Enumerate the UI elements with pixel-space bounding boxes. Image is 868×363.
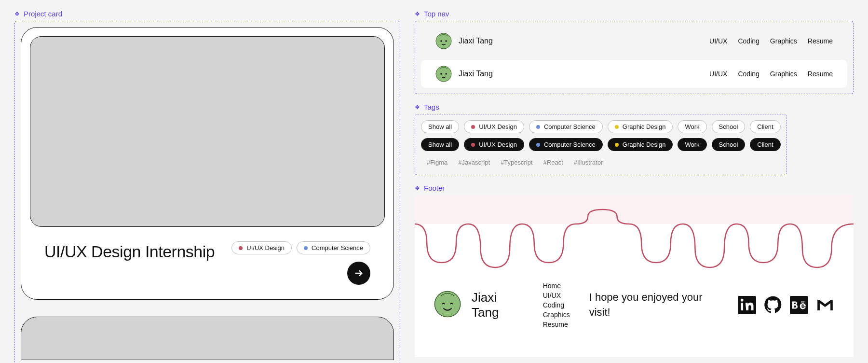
filter-tag[interactable]: UI/UX Design xyxy=(464,138,524,151)
svg-point-2 xyxy=(445,40,447,42)
filter-tag[interactable]: Computer Science xyxy=(529,120,603,133)
nav-link-graphics[interactable]: Graphics xyxy=(770,37,797,45)
section-label-tags: Tags xyxy=(415,103,854,111)
nav-link-ui/ux[interactable]: UI/UX xyxy=(709,70,727,78)
nav-link-ui/ux[interactable]: UI/UX xyxy=(709,37,727,45)
svg-point-1 xyxy=(440,40,442,42)
filter-tag[interactable]: Graphic Design xyxy=(608,120,673,133)
avatar[interactable] xyxy=(435,66,452,82)
footer-name: Jiaxi Tang xyxy=(472,290,524,320)
svg-rect-9 xyxy=(741,303,743,310)
filter-tag[interactable]: Graphic Design xyxy=(608,138,673,151)
project-thumbnail xyxy=(30,36,385,227)
avatar[interactable] xyxy=(435,33,452,49)
gmail-icon[interactable] xyxy=(816,296,834,314)
github-icon[interactable] xyxy=(764,296,782,314)
top-nav-white: Jiaxi Tang UI/UXCodingGraphicsResume xyxy=(421,60,847,88)
project-card-placeholder xyxy=(21,317,394,360)
filter-tag[interactable]: School xyxy=(712,138,746,151)
footer-message: I hope you enjoyed your visit! xyxy=(589,290,719,320)
hash-tag[interactable]: #React xyxy=(543,159,563,166)
footer-link-graphics[interactable]: Graphics xyxy=(543,311,570,319)
filter-tag[interactable]: Computer Science xyxy=(529,138,603,151)
nav-link-coding[interactable]: Coding xyxy=(738,37,759,45)
linkedin-icon[interactable] xyxy=(738,296,756,314)
tags-section: Show allUI/UX DesignComputer ScienceGrap… xyxy=(415,114,787,175)
footer-link-ui/ux[interactable]: UI/UX xyxy=(543,292,570,299)
footer: Jiaxi Tang HomeUI/UXCodingGraphicsResume… xyxy=(415,195,854,357)
filter-tag[interactable]: Show all xyxy=(421,138,459,151)
drip-decoration xyxy=(415,195,854,282)
filter-tag[interactable]: School xyxy=(712,120,746,133)
project-open-arrow-button[interactable] xyxy=(347,262,370,285)
nav-link-graphics[interactable]: Graphics xyxy=(770,70,797,78)
avatar xyxy=(434,291,461,320)
svg-point-7 xyxy=(434,291,460,317)
project-tag: UI/UX Design xyxy=(231,241,292,254)
filter-tag[interactable]: UI/UX Design xyxy=(464,120,524,133)
svg-point-10 xyxy=(741,299,744,302)
section-label-top-nav: Top nav xyxy=(415,10,854,18)
hash-tag[interactable]: #Figma xyxy=(427,159,448,166)
project-card-section: UI/UX Design Internship UI/UX DesignComp… xyxy=(14,21,400,363)
svg-rect-6 xyxy=(415,195,854,224)
section-label-footer: Footer xyxy=(415,184,854,192)
hash-tag[interactable]: #Typescript xyxy=(501,159,532,166)
top-nav-section: Jiaxi Tang UI/UXCodingGraphicsResume Jia… xyxy=(415,21,854,94)
filter-tag[interactable]: Client xyxy=(750,120,780,133)
filter-tag[interactable]: Client xyxy=(750,138,780,151)
nav-link-resume[interactable]: Resume xyxy=(808,37,833,45)
nav-link-coding[interactable]: Coding xyxy=(738,70,759,78)
svg-point-4 xyxy=(440,73,442,74)
hash-tag[interactable]: #Javascript xyxy=(458,159,490,166)
svg-point-5 xyxy=(445,73,447,74)
nav-link-resume[interactable]: Resume xyxy=(808,70,833,78)
project-card[interactable]: UI/UX Design Internship UI/UX DesignComp… xyxy=(21,27,394,300)
behance-icon[interactable] xyxy=(790,296,808,314)
filter-tag[interactable]: Work xyxy=(678,138,706,151)
brand-name[interactable]: Jiaxi Tang xyxy=(459,70,493,78)
arrow-right-icon xyxy=(353,268,364,279)
brand-name[interactable]: Jiaxi Tang xyxy=(459,37,493,45)
footer-link-coding[interactable]: Coding xyxy=(543,301,570,309)
footer-link-home[interactable]: Home xyxy=(543,282,570,290)
footer-brand[interactable]: Jiaxi Tang xyxy=(434,290,524,320)
svg-point-0 xyxy=(436,33,451,49)
project-tag: Computer Science xyxy=(297,241,370,254)
section-label-project-card: Project card xyxy=(14,10,400,18)
hash-tag[interactable]: #Illustrator xyxy=(574,159,603,166)
filter-tag[interactable]: Work xyxy=(678,120,706,133)
project-title: UI/UX Design Internship xyxy=(44,241,215,262)
footer-link-resume[interactable]: Resume xyxy=(543,321,570,328)
filter-tag[interactable]: Show all xyxy=(421,120,459,133)
svg-point-3 xyxy=(436,66,451,82)
top-nav-transparent: Jiaxi Tang UI/UXCodingGraphicsResume xyxy=(421,27,847,55)
